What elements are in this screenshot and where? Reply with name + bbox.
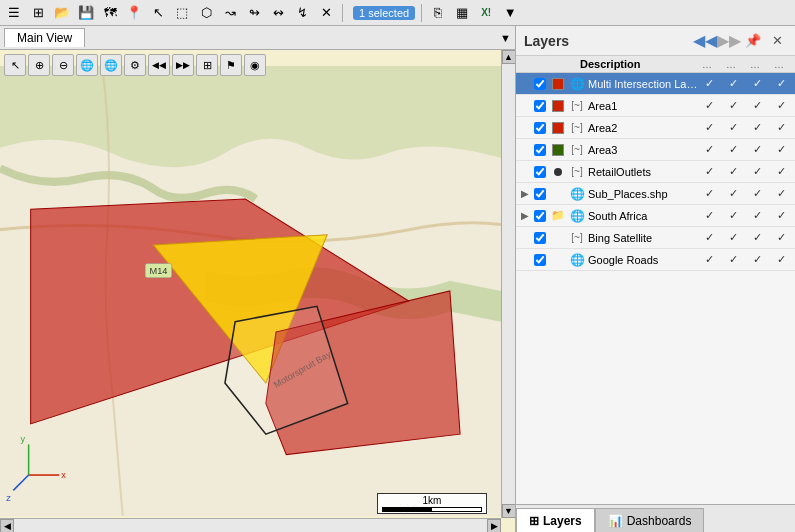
layer-cb-9-3[interactable]: ✓	[773, 253, 789, 266]
layer-cb-9-0[interactable]: ✓	[701, 253, 717, 266]
open-icon[interactable]: 📂	[52, 3, 72, 23]
zoom-out-tool[interactable]: ⊖	[52, 54, 74, 76]
route-icon[interactable]: ↝	[220, 3, 240, 23]
layer-row-8[interactable]: [~]Bing Satellite✓✓✓✓	[516, 227, 795, 249]
layer-row-7[interactable]: ▶📁🌐South Africa✓✓✓✓	[516, 205, 795, 227]
layer-check-3[interactable]	[532, 122, 548, 134]
layer-cb-7-2[interactable]: ✓	[749, 209, 765, 222]
layer-row-6[interactable]: ▶🌐Sub_Places.shp✓✓✓✓	[516, 183, 795, 205]
layer-expand-6[interactable]: ▶	[518, 188, 532, 199]
tool4-icon[interactable]: ↯	[292, 3, 312, 23]
layer-cb-2-0[interactable]: ✓	[701, 99, 717, 112]
map-icon[interactable]: 🗺	[100, 3, 120, 23]
layer-cb-9-2[interactable]: ✓	[749, 253, 765, 266]
layer-check-6[interactable]	[532, 188, 548, 200]
layer-cb-4-3[interactable]: ✓	[773, 143, 789, 156]
layer-cb-4-1[interactable]: ✓	[725, 143, 741, 156]
layer-cb-6-0[interactable]: ✓	[701, 187, 717, 200]
cursor-icon[interactable]: ↖	[148, 3, 168, 23]
scroll-left-btn[interactable]: ◀	[0, 519, 14, 533]
layer-cb-3-0[interactable]: ✓	[701, 121, 717, 134]
layer-cb-3-1[interactable]: ✓	[725, 121, 741, 134]
layer-cb-3-3[interactable]: ✓	[773, 121, 789, 134]
settings-tool[interactable]: ⚙	[124, 54, 146, 76]
layer-cb-7-1[interactable]: ✓	[725, 209, 741, 222]
bookmark-tool[interactable]: ⚑	[220, 54, 242, 76]
layer-cb-2-2[interactable]: ✓	[749, 99, 765, 112]
layer-cb-5-3[interactable]: ✓	[773, 165, 789, 178]
menu-icon[interactable]: ☰	[4, 3, 24, 23]
scroll-track-v[interactable]	[502, 64, 515, 504]
table-icon[interactable]: ▦	[452, 3, 472, 23]
layer-check-8[interactable]	[532, 232, 548, 244]
layer-cb-7-3[interactable]: ✓	[773, 209, 789, 222]
grid-tool[interactable]: ⊞	[196, 54, 218, 76]
layer-cb-8-2[interactable]: ✓	[749, 231, 765, 244]
scroll-up-btn[interactable]: ▲	[502, 50, 516, 64]
tool2-icon[interactable]: ↬	[244, 3, 264, 23]
scroll-down-btn[interactable]: ▼	[502, 504, 516, 518]
layer-cb-6-2[interactable]: ✓	[749, 187, 765, 200]
back-tool[interactable]: ◀◀	[148, 54, 170, 76]
globe2-tool[interactable]: 🌐	[100, 54, 122, 76]
scroll-track-h[interactable]	[14, 519, 487, 532]
layer-cb-5-0[interactable]: ✓	[701, 165, 717, 178]
tool3-icon[interactable]: ↭	[268, 3, 288, 23]
layer-row-1[interactable]: 🌐Multi Intersection Layer✓✓✓✓	[516, 73, 795, 95]
tab-close[interactable]: ▼	[500, 32, 515, 44]
layer-expand-7[interactable]: ▶	[518, 210, 532, 221]
layer-check-7[interactable]	[532, 210, 548, 222]
layer-cb-1-1[interactable]: ✓	[725, 77, 741, 90]
map-area[interactable]: ↖ ⊕ ⊖ 🌐 🌐 ⚙ ◀◀ ▶▶ ⊞ ⚑ ◉	[0, 50, 515, 532]
save-icon[interactable]: 💾	[76, 3, 96, 23]
pin-icon[interactable]: 📍	[124, 3, 144, 23]
excel-icon[interactable]: X!	[476, 3, 496, 23]
layer-row-9[interactable]: 🌐Google Roads✓✓✓✓	[516, 249, 795, 271]
map-scrollbar-h[interactable]: ◀ ▶	[0, 518, 501, 532]
tab-layers[interactable]: ⊞ Layers	[516, 508, 595, 532]
cursor-tool[interactable]: ↖	[4, 54, 26, 76]
forward-tool[interactable]: ▶▶	[172, 54, 194, 76]
layer-check-9[interactable]	[532, 254, 548, 266]
layer-cb-5-2[interactable]: ✓	[749, 165, 765, 178]
layer-cb-3-2[interactable]: ✓	[749, 121, 765, 134]
dot-tool[interactable]: ◉	[244, 54, 266, 76]
scroll-right-btn[interactable]: ▶	[487, 519, 501, 533]
layer-cb-1-3[interactable]: ✓	[773, 77, 789, 90]
layer-check-4[interactable]	[532, 144, 548, 156]
tool5-icon[interactable]: ✕	[316, 3, 336, 23]
layer-row-2[interactable]: [~]Area1✓✓✓✓	[516, 95, 795, 117]
layer-cb-8-3[interactable]: ✓	[773, 231, 789, 244]
layer-cb-1-0[interactable]: ✓	[701, 77, 717, 90]
layer-check-1[interactable]	[532, 78, 548, 90]
layer-cb-8-0[interactable]: ✓	[701, 231, 717, 244]
layers-back-icon[interactable]: ◀◀	[695, 31, 715, 51]
map-scrollbar-v[interactable]: ▲ ▼	[501, 50, 515, 518]
layer-cb-1-2[interactable]: ✓	[749, 77, 765, 90]
layer-cb-7-0[interactable]: ✓	[701, 209, 717, 222]
layer-cb-9-1[interactable]: ✓	[725, 253, 741, 266]
layer-cb-4-2[interactable]: ✓	[749, 143, 765, 156]
zoom-in-tool[interactable]: ⊕	[28, 54, 50, 76]
layer-cb-2-3[interactable]: ✓	[773, 99, 789, 112]
poly-icon[interactable]: ⬡	[196, 3, 216, 23]
layers-pin-icon[interactable]: 📌	[743, 31, 763, 51]
layer-cb-6-1[interactable]: ✓	[725, 187, 741, 200]
layer-cb-8-1[interactable]: ✓	[725, 231, 741, 244]
layer-row-3[interactable]: [~]Area2✓✓✓✓	[516, 117, 795, 139]
layers-forward-icon[interactable]: ▶▶	[719, 31, 739, 51]
layer-row-4[interactable]: [~]Area3✓✓✓✓	[516, 139, 795, 161]
select-icon[interactable]: ⬚	[172, 3, 192, 23]
dropdown-icon[interactable]: ▼	[500, 3, 520, 23]
layer-cb-2-1[interactable]: ✓	[725, 99, 741, 112]
layer-cb-6-3[interactable]: ✓	[773, 187, 789, 200]
layer-cb-5-1[interactable]: ✓	[725, 165, 741, 178]
layer-row-5[interactable]: [~]RetailOutlets✓✓✓✓	[516, 161, 795, 183]
layer-cb-4-0[interactable]: ✓	[701, 143, 717, 156]
layer-check-2[interactable]	[532, 100, 548, 112]
main-view-tab[interactable]: Main View	[4, 28, 85, 47]
new-icon[interactable]: ⊞	[28, 3, 48, 23]
layers-close-icon[interactable]: ✕	[767, 31, 787, 51]
copy-icon[interactable]: ⎘	[428, 3, 448, 23]
layer-check-5[interactable]	[532, 166, 548, 178]
